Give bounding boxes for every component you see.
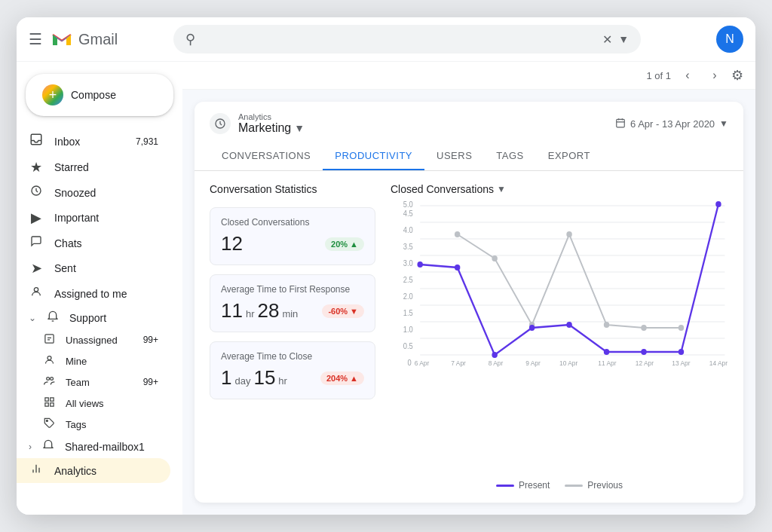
sidebar-item-snoozed[interactable]: Snoozed: [17, 180, 170, 205]
closed-label: Closed Conversations: [221, 217, 364, 228]
starred-icon: ★: [29, 159, 44, 176]
allviews-icon: [44, 396, 55, 410]
topbar-left: ☰ Gmail: [29, 27, 164, 51]
chevron-down-icon: ⌄: [29, 313, 36, 323]
sidebar-item-unassigned[interactable]: Unassigned 99+: [17, 329, 170, 350]
svg-text:0: 0: [407, 359, 411, 367]
sidebar-item-mine[interactable]: Mine: [17, 350, 170, 371]
pres-dot-13apr: [679, 349, 684, 355]
important-icon: ▶: [29, 209, 44, 226]
svg-rect-4: [45, 335, 54, 343]
svg-rect-10: [45, 403, 48, 406]
compose-button[interactable]: + Compose: [26, 74, 173, 116]
inbox-icon: [29, 133, 44, 150]
svg-text:2.0: 2.0: [403, 292, 413, 301]
first-response-value-row: 11 hr 28 min -60% ▼: [221, 299, 364, 323]
avatar[interactable]: N: [716, 26, 743, 53]
svg-text:12 Apr: 12 Apr: [636, 359, 654, 367]
svg-text:0.5: 0.5: [403, 342, 413, 350]
chart-dropdown-icon[interactable]: ▼: [497, 184, 506, 194]
inbox-count: 7,931: [136, 136, 158, 147]
date-range-text: 6 Apr - 13 Apr 2020: [630, 118, 715, 130]
svg-point-7: [51, 378, 54, 381]
stat-card-first-response: Average Time to First Response 11 hr 28 …: [210, 274, 375, 332]
sidebar-item-assigned[interactable]: Assigned to me: [17, 281, 170, 306]
svg-rect-14: [617, 119, 625, 127]
prev-page-button[interactable]: ‹: [677, 65, 698, 86]
search-bar: ⚲ ✕ ▼: [173, 25, 641, 54]
pres-dot-10apr: [566, 322, 571, 328]
svg-text:2.5: 2.5: [403, 276, 413, 284]
clear-icon[interactable]: ✕: [602, 32, 612, 47]
sidebar-item-analytics[interactable]: Analytics: [17, 458, 170, 483]
sidebar-item-tags[interactable]: Tags: [17, 414, 170, 435]
tab-users[interactable]: USERS: [424, 142, 484, 170]
settings-icon[interactable]: ⚙: [731, 67, 743, 84]
hamburger-icon[interactable]: ☰: [29, 30, 42, 48]
snoozed-label: Snoozed: [54, 187, 158, 199]
calendar-icon: [615, 118, 626, 130]
analytics-label-group: Analytics Marketing ▼: [238, 112, 305, 135]
pres-dot-14apr: [715, 201, 721, 207]
sidebar-item-team[interactable]: Team 99+: [17, 371, 170, 393]
svg-rect-11: [51, 403, 54, 406]
analytics-header: Analytics Marketing ▼ 6 Apr - 13 Apr 202…: [195, 102, 743, 135]
chevron-right-icon: ›: [29, 442, 32, 452]
compose-icon: +: [42, 84, 63, 105]
svg-text:3.5: 3.5: [403, 243, 413, 251]
prev-dot-8apr: [492, 255, 497, 261]
shared-mailbox-header[interactable]: › Shared-mailbox1: [17, 435, 170, 458]
search-input[interactable]: [201, 32, 596, 46]
compose-label: Compose: [71, 89, 116, 101]
main-body: + Compose Inbox 7,931 ★ Starred Snoozed: [17, 62, 755, 515]
analytics-body: Conversation Statistics Closed Conversat…: [195, 171, 743, 503]
svg-text:7 Apr: 7 Apr: [451, 359, 466, 367]
time-close-value-row: 1 day 15 hr 204% ▲: [221, 366, 364, 390]
chart-section: Closed Conversations ▼ 0 0.5 1.0 1.5 2.0: [375, 183, 728, 491]
svg-rect-1: [31, 134, 41, 145]
analytics-dropdown-icon[interactable]: ▼: [294, 122, 305, 134]
next-page-button[interactable]: ›: [704, 65, 725, 86]
svg-text:5.0: 5.0: [403, 201, 413, 209]
svg-rect-9: [51, 398, 54, 401]
tab-export[interactable]: EXPORT: [536, 142, 602, 170]
date-dropdown-icon: ▼: [719, 118, 728, 129]
pagination-bar: 1 of 1 ‹ › ⚙: [182, 62, 755, 90]
sidebar-item-allviews[interactable]: All views: [17, 393, 170, 414]
allviews-label: All views: [66, 398, 104, 409]
tab-productivity[interactable]: PRODUCTIVITY: [323, 142, 424, 170]
sidebar-item-inbox[interactable]: Inbox 7,931: [17, 128, 170, 154]
legend-previous-label: Previous: [587, 480, 623, 491]
sidebar-item-chats[interactable]: Chats: [17, 231, 170, 255]
analytics-title-area: Analytics Marketing ▼: [210, 112, 305, 135]
svg-text:9 Apr: 9 Apr: [525, 359, 541, 367]
sidebar-item-sent[interactable]: ➤ Sent: [17, 255, 170, 281]
date-range[interactable]: 6 Apr - 13 Apr 2020 ▼: [615, 118, 728, 130]
prev-dot-10apr: [566, 231, 571, 237]
assigned-label: Assigned to me: [54, 288, 158, 300]
analytics-panel-icon: [210, 113, 231, 134]
support-section-header[interactable]: ⌄ Support: [17, 306, 170, 329]
pres-dot-12apr: [641, 349, 646, 355]
shared-mailbox-label: Shared-mailbox1: [65, 441, 145, 453]
svg-text:11 Apr: 11 Apr: [598, 359, 616, 367]
legend-present: Present: [496, 480, 550, 491]
search-dropdown-icon[interactable]: ▼: [618, 33, 629, 45]
tab-conversations[interactable]: CONVERSATIONS: [210, 142, 323, 170]
shared-mailbox-icon: [42, 439, 54, 454]
first-response-label: Average Time to First Response: [221, 284, 364, 295]
gmail-logo-icon: [50, 27, 74, 51]
gmail-logo: Gmail: [50, 27, 118, 51]
sidebar-item-important[interactable]: ▶ Important: [17, 205, 170, 231]
svg-rect-8: [45, 398, 48, 401]
prev-dot-12apr: [641, 325, 646, 331]
sidebar-item-starred[interactable]: ★ Starred: [17, 154, 170, 180]
unassigned-label: Unassigned: [66, 335, 118, 346]
starred-label: Starred: [54, 161, 158, 173]
svg-text:6 Apr: 6 Apr: [415, 359, 430, 367]
analytics-label-small: Analytics: [238, 112, 305, 121]
svg-text:1.0: 1.0: [403, 326, 413, 334]
tab-tags[interactable]: TAGS: [484, 142, 535, 170]
svg-text:4.0: 4.0: [403, 226, 413, 234]
closed-badge: 20% ▲: [325, 237, 364, 251]
